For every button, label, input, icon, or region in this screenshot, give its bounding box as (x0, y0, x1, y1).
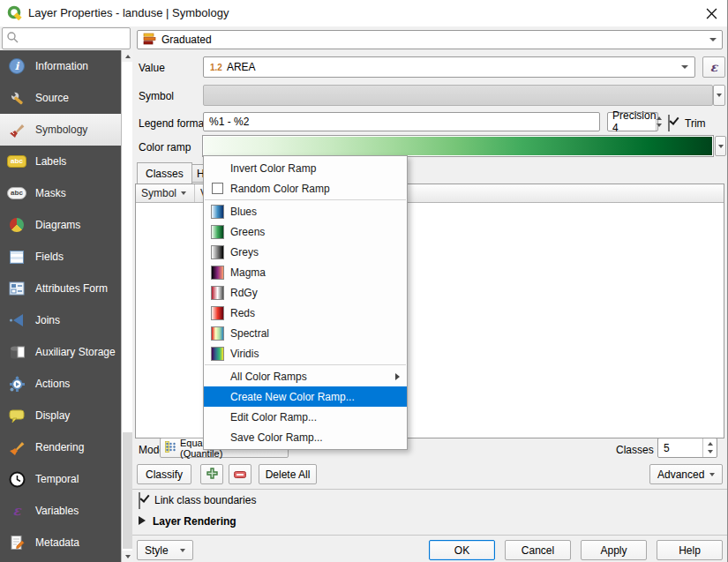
symbology-icon (6, 119, 27, 140)
sidebar: i Information Source Symbology (0, 50, 132, 562)
color-ramp-dropdown-button[interactable] (715, 136, 726, 156)
sidebar-item-masks[interactable]: abc Masks (0, 177, 121, 209)
menu-item-save-color-ramp[interactable]: Save Color Ramp... (204, 427, 407, 447)
ok-button[interactable]: OK (429, 540, 495, 560)
column-header-symbol[interactable]: Symbol (136, 184, 195, 202)
classes-spinbox[interactable]: 5 (657, 438, 717, 458)
qgis-logo-icon (7, 5, 23, 25)
advanced-button[interactable]: Advanced (649, 464, 723, 484)
menu-item-edit-color-ramp[interactable]: Edit Color Ramp... (204, 407, 407, 427)
link-class-boundaries-label: Link class boundaries (154, 494, 256, 506)
menu-item-magma[interactable]: Magma (204, 262, 407, 282)
sidebar-item-diagrams[interactable]: Diagrams (0, 209, 121, 241)
scroll-down-icon[interactable] (122, 551, 133, 562)
sidebar-item-attributes-form[interactable]: Attributes Form (0, 273, 121, 304)
menu-item-blues[interactable]: Blues (204, 201, 407, 221)
menu-item-random-color-ramp[interactable]: Random Color Ramp (204, 178, 407, 199)
menu-item-invert-color-ramp[interactable]: Invert Color Ramp (204, 158, 407, 178)
precision-spinbox[interactable]: Precision 4 (607, 112, 658, 131)
scroll-up-icon[interactable] (122, 50, 133, 62)
cancel-button[interactable]: Cancel (505, 540, 571, 560)
expression-builder-button[interactable]: ε (702, 56, 725, 78)
random-ramp-checkbox[interactable] (212, 183, 223, 194)
apply-button[interactable]: Apply (581, 540, 647, 560)
sidebar-item-symbology[interactable]: Symbology (0, 114, 121, 146)
menu-item-greens[interactable]: Greens (204, 221, 407, 242)
legend-format-input[interactable]: %1 - %2 (203, 112, 600, 131)
add-class-button[interactable] (200, 464, 223, 484)
color-ramp-preview[interactable] (203, 136, 713, 156)
trim-checkbox[interactable] (668, 115, 670, 131)
sidebar-item-auxiliary-storage[interactable]: Auxiliary Storage (0, 336, 121, 368)
minus-icon (234, 468, 246, 481)
color-ramp-label: Color ramp (139, 141, 191, 154)
tab-classes[interactable]: Classes (137, 162, 192, 184)
sidebar-item-joins[interactable]: Joins (0, 304, 121, 336)
sidebar-search (2, 27, 131, 49)
sort-arrow-icon (181, 191, 186, 195)
decimal-field-icon: 1.2 (210, 63, 222, 72)
help-button[interactable]: Help (657, 540, 723, 560)
submenu-arrow-icon (395, 373, 400, 380)
spin-arrows[interactable] (702, 438, 717, 457)
menu-item-create-new-color-ramp[interactable]: Create New Color Ramp... (204, 386, 407, 407)
style-menu-button[interactable]: Style (137, 540, 193, 560)
sidebar-scrollbar[interactable] (121, 50, 132, 562)
quantile-mode-icon (165, 441, 176, 455)
menu-item-rdgy[interactable]: RdGy (204, 282, 407, 303)
value-field-name: AREA (227, 61, 256, 73)
legend-format-label: Legend format (139, 117, 206, 130)
sidebar-item-labels[interactable]: abc Labels (0, 146, 121, 177)
renderer-select[interactable]: Graduated (137, 30, 723, 49)
metadata-icon (6, 532, 27, 553)
labels-icon: abc (6, 151, 27, 172)
menu-separator (205, 364, 406, 365)
menu-item-spectral[interactable]: Spectral (204, 323, 407, 343)
sidebar-item-temporal[interactable]: Temporal (0, 463, 121, 495)
color-ramp-menu: Invert Color Ramp Random Color Ramp Blue… (203, 155, 408, 450)
actions-icon (6, 373, 27, 394)
chevron-down-icon (709, 38, 717, 41)
link-class-boundaries-checkbox[interactable] (139, 492, 140, 509)
temporal-icon (6, 468, 27, 490)
menu-item-all-color-ramps[interactable]: All Color Ramps (204, 366, 407, 386)
color-ramp-gradient (204, 137, 712, 155)
delete-all-button[interactable]: Delete All (259, 464, 317, 484)
search-input[interactable] (19, 33, 121, 45)
reds-ramp-swatch (211, 306, 224, 320)
sidebar-item-information[interactable]: i Information (0, 50, 121, 82)
titlebar: Layer Properties - landuse | Symbology (0, 0, 728, 26)
scrollbar-thumb[interactable] (123, 432, 132, 549)
expand-arrow-icon[interactable] (139, 516, 146, 525)
sidebar-item-metadata[interactable]: Metadata (0, 527, 121, 558)
sidebar-item-rendering[interactable]: Rendering (0, 431, 121, 463)
sidebar-item-variables[interactable]: ε Variables (0, 495, 121, 527)
remove-class-button[interactable] (229, 464, 251, 484)
layer-rendering-section[interactable]: Layer Rendering (153, 515, 236, 528)
divider (132, 489, 728, 490)
sidebar-item-actions[interactable]: Actions (0, 368, 121, 400)
value-field-combo[interactable]: 1.2 AREA (203, 56, 695, 78)
classify-button[interactable]: Classify (137, 464, 191, 484)
menu-item-greys[interactable]: Greys (204, 242, 407, 262)
renderer-value: Graduated (161, 34, 212, 46)
menu-item-reds[interactable]: Reds (204, 303, 407, 323)
classes-count-label: Classes (616, 444, 654, 456)
divider (132, 535, 728, 536)
symbol-label: Symbol (139, 90, 174, 102)
display-icon (6, 405, 27, 426)
sidebar-item-display[interactable]: Display (0, 400, 121, 431)
greens-ramp-swatch (211, 225, 224, 239)
fields-icon (6, 246, 27, 267)
auxiliary-storage-icon (6, 341, 27, 363)
sidebar-item-fields[interactable]: Fields (0, 241, 121, 273)
symbol-dropdown-button[interactable] (713, 85, 725, 106)
menu-item-viridis[interactable]: Viridis (204, 343, 407, 363)
spin-arrows[interactable] (656, 113, 662, 131)
blues-ramp-swatch (211, 205, 224, 219)
close-icon[interactable] (701, 4, 722, 23)
attributes-form-icon (6, 278, 27, 299)
layer-properties-dialog: Layer Properties - landuse | Symbology i… (0, 0, 728, 562)
sidebar-item-source[interactable]: Source (0, 82, 121, 114)
variables-icon: ε (6, 500, 27, 521)
